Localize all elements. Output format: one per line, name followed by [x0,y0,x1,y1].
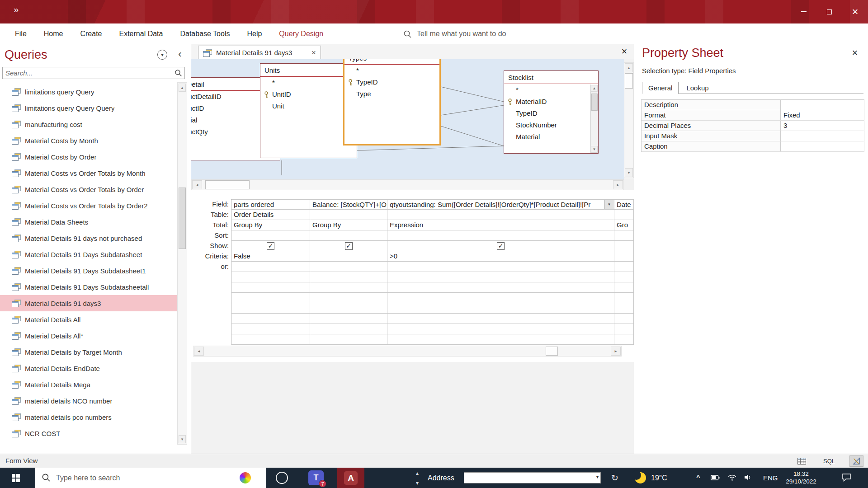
qbe-empty-cell[interactable] [231,282,310,293]
menu-create[interactable]: Create [71,30,110,38]
taskbar-search-box[interactable] [35,468,266,488]
qbe-or-cell[interactable] [614,262,634,272]
design-horizontal-scrollbar[interactable] [191,179,624,190]
design-vertical-scrollbar[interactable] [624,62,634,178]
nav-item[interactable]: Material Costs vs Order Totals by Month [0,165,177,181]
toolbar-scroll-buttons[interactable] [412,470,422,486]
search-highlights-icon[interactable] [240,472,251,483]
qbe-total-cell[interactable]: Expression [387,220,614,230]
qbe-empty-cell[interactable] [614,334,634,345]
qbe-show-cell[interactable] [310,241,387,251]
qbe-field-cell[interactable]: parts ordered [231,199,310,210]
nav-search-box[interactable] [2,67,185,79]
start-button[interactable] [0,468,32,488]
table-field[interactable]: Type [344,88,439,100]
table-field[interactable]: UnitID [260,89,357,100]
menu-query-design[interactable]: Query Design [270,30,332,38]
qbe-empty-cell[interactable] [310,314,387,324]
taskbar-clock[interactable]: 18:32 29/10/2022 [778,470,824,485]
qbe-sort-cell[interactable] [614,230,634,241]
menu-home[interactable]: Home [35,30,72,38]
address-combo-input[interactable] [464,472,601,483]
nav-item[interactable]: limitations query Query Query [0,100,177,116]
nav-pane-collapse-button[interactable] [175,48,185,60]
table-box-title[interactable]: Types [344,59,439,65]
table-box-stocklist[interactable]: Stocklist * MaterialID TypeID StockNumbe… [504,70,599,154]
qbe-empty-cell[interactable] [614,282,634,293]
qbe-or-cell[interactable] [231,262,310,272]
qbe-show-cell[interactable] [387,241,614,251]
document-close-button[interactable] [618,45,631,58]
chevron-down-icon[interactable] [416,480,419,486]
close-button[interactable] [842,0,868,23]
nav-item[interactable]: Material Costs vs Order Totals by Order [0,181,177,197]
chevron-up-icon[interactable] [416,470,419,476]
dropdown-arrow-icon[interactable] [596,474,599,479]
qbe-empty-cell[interactable] [614,303,634,314]
scroll-up-button[interactable] [591,85,598,92]
qbe-empty-cell[interactable] [614,324,634,334]
show-checkbox-checked[interactable] [497,242,505,250]
scroll-up-button[interactable] [179,84,186,92]
action-center-icon[interactable] [842,473,851,483]
field-dropdown-button[interactable] [604,200,614,209]
show-checkbox-checked[interactable] [345,242,353,250]
qbe-empty-cell[interactable] [614,314,634,324]
qbe-field-cell[interactable]: Balance: [StockQTY]+[O [310,199,387,210]
qbe-empty-cell[interactable] [231,293,310,303]
qbe-criteria-cell[interactable]: >0 [387,251,614,262]
qbe-field-cell-active[interactable]: qtyoutstanding: Sum([Order Details]![Ord… [387,199,614,210]
table-field[interactable]: MaterialID [504,96,598,108]
nav-item[interactable]: material details pco numbers [0,409,177,425]
qbe-or-cell[interactable] [310,262,387,272]
property-value[interactable] [781,100,864,110]
qbe-sort-cell[interactable] [310,230,387,241]
nav-item[interactable]: Material Costs by Month [0,132,177,149]
nav-item[interactable]: Material Details 91 Days Subdatasheetall [0,279,177,295]
scrollbar-thumb[interactable] [205,180,250,189]
qbe-table-cell[interactable] [310,210,387,220]
tell-me-box[interactable]: Tell me what you want to do [403,23,506,44]
minimize-button[interactable] [791,0,816,23]
nav-item[interactable]: Material Data Sheets [0,214,177,230]
qbe-empty-cell[interactable] [310,334,387,345]
qbe-total-cell[interactable]: Gro [614,220,634,230]
qbe-total-cell[interactable]: Group By [231,220,310,230]
nav-search-input[interactable] [5,67,168,79]
qbe-table-cell[interactable] [387,210,614,220]
nav-item[interactable]: Material Details 91 days not purchased [0,230,177,246]
qbe-criteria-cell[interactable] [614,251,634,262]
datasheet-view-button[interactable] [795,456,809,466]
maximize-button[interactable] [816,0,842,23]
pane-splitter[interactable] [191,190,634,199]
scrollbar-thumb[interactable] [546,347,558,356]
nav-item[interactable]: Material Details Mega [0,376,177,393]
taskbar-search-input[interactable] [56,468,219,488]
nav-item[interactable]: limitations query Query [0,84,177,100]
nav-item[interactable]: Material Costs vs Order Totals by Order2 [0,197,177,214]
refresh-button[interactable] [611,468,618,488]
wifi-icon[interactable] [728,474,736,482]
qbe-show-cell[interactable] [231,241,310,251]
qbe-empty-cell[interactable] [310,324,387,334]
scrollbar-thumb[interactable] [591,94,598,111]
menu-database-tools[interactable]: Database Tools [171,30,238,38]
qbe-total-cell[interactable]: Group By [310,220,387,230]
table-box-units[interactable]: Units * UnitID Unit [260,63,357,158]
table-field[interactable]: * [260,77,357,89]
scroll-down-button[interactable] [591,146,598,153]
menu-help[interactable]: Help [238,30,270,38]
qbe-show-cell[interactable] [614,241,634,251]
qbe-empty-cell[interactable] [231,314,310,324]
nav-item[interactable]: material details NCO number [0,393,177,409]
sql-view-button[interactable]: SQL [821,456,838,466]
qbe-field-cell[interactable]: Date [614,199,634,210]
qbe-empty-cell[interactable] [231,324,310,334]
qbe-empty-cell[interactable] [231,334,310,345]
tray-expand-chevron[interactable]: ^ [696,468,700,487]
table-box-title[interactable]: Units [260,64,357,77]
qbe-empty-cell[interactable] [387,293,614,303]
qbe-table-cell[interactable]: Order Details [231,210,310,220]
qbe-empty-cell[interactable] [310,272,387,282]
tab-general[interactable]: General [642,82,679,94]
